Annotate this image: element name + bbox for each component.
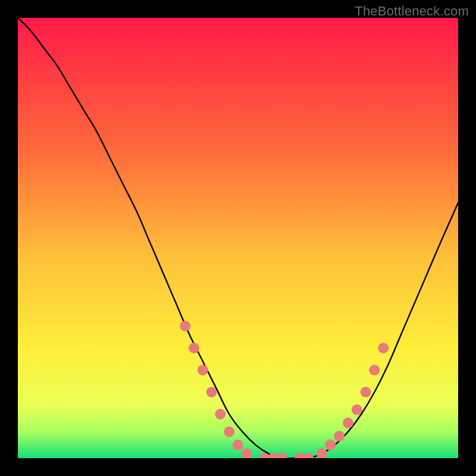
highlight-dot [198,365,208,375]
highlight-dot [361,387,371,397]
chart-frame: TheBottleneck.com [0,0,476,476]
highlight-dot [325,440,336,450]
highlight-dot [233,440,243,450]
highlight-dot [206,387,217,397]
highlight-dot [334,431,345,441]
plot-area [18,18,458,458]
gradient-background [18,18,458,458]
highlight-dot [180,321,190,331]
highlight-dot [352,405,362,415]
highlight-dot [224,427,234,437]
highlight-dot [369,365,380,375]
highlight-dot [343,418,353,428]
watermark-text: TheBottleneck.com [355,4,469,19]
highlight-dot [378,343,389,353]
highlight-dot [215,409,226,419]
bottleneck-chart [18,18,458,458]
highlight-dot [189,343,199,353]
